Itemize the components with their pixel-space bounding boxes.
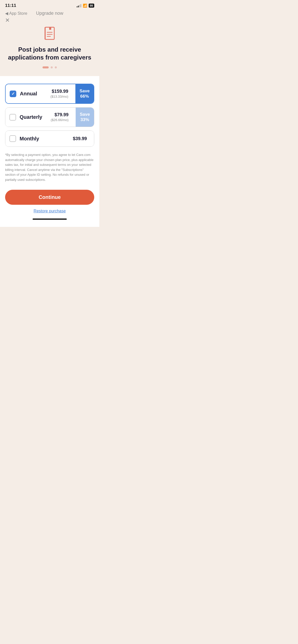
status-bar: 11:11 📶 99: [0, 0, 99, 9]
dot-2: [51, 66, 53, 68]
back-button[interactable]: ◀ App Store: [5, 11, 27, 16]
main-content: ✓ Annual $159.99 ($13.33/mo) Save 66% Qu…: [0, 76, 99, 227]
wifi-icon: 📶: [83, 4, 87, 8]
battery-indicator: 99: [89, 4, 94, 8]
monthly-price-block: $39.99: [73, 136, 87, 141]
pagination-dots: [43, 66, 57, 68]
annual-checkbox: ✓: [10, 91, 16, 97]
plan-card-annual[interactable]: ✓ Annual $159.99 ($13.33/mo) Save 66%: [5, 84, 94, 104]
dot-1: [43, 66, 49, 68]
dot-3: [55, 66, 57, 68]
restore-purchase-link[interactable]: Restore purchase: [5, 209, 94, 213]
annual-per-month: ($13.33/mo): [50, 95, 68, 98]
hero-icon: [42, 26, 57, 41]
hero-section: Post jobs and receive applications from …: [0, 19, 99, 76]
annual-save-text: Save 66%: [79, 89, 90, 99]
quarterly-per-month: ($26.66/mo): [51, 118, 69, 122]
back-chevron-icon: ◀: [5, 11, 8, 16]
annual-label: Annual: [20, 91, 50, 97]
back-label: App Store: [9, 11, 27, 16]
continue-button[interactable]: Continue: [5, 190, 94, 205]
monthly-price: $39.99: [73, 136, 87, 141]
home-indicator: [33, 218, 67, 220]
hero-title: Post jobs and receive applications from …: [5, 46, 94, 61]
plan-monthly-inner: Monthly $39.99: [5, 131, 94, 147]
disclaimer-text: *By selecting a payment option, you agre…: [5, 152, 94, 182]
status-time: 11:11: [5, 3, 16, 8]
signal-icon: [77, 4, 81, 7]
svg-rect-2: [49, 27, 51, 30]
quarterly-checkbox: [9, 114, 16, 121]
plan-card-quarterly[interactable]: Quarterly $79.99 ($26.66/mo) Save 33%: [5, 107, 94, 127]
quarterly-save-text: Save 33%: [80, 112, 90, 122]
page-title: Upgrade now: [36, 11, 63, 16]
close-button[interactable]: ✕: [5, 18, 10, 23]
nav-bar: ◀ App Store Upgrade now: [0, 9, 99, 19]
status-icons: 📶 99: [77, 4, 94, 8]
quarterly-save-badge: Save 33%: [76, 108, 94, 127]
monthly-label: Monthly: [20, 136, 73, 142]
plan-quarterly-inner: Quarterly $79.99 ($26.66/mo): [5, 108, 76, 127]
quarterly-price: $79.99: [51, 112, 69, 118]
plan-annual-inner: ✓ Annual $159.99 ($13.33/mo): [6, 84, 75, 103]
bottom-section: Continue Restore purchase: [5, 190, 94, 222]
monthly-checkbox: [9, 135, 16, 142]
annual-save-badge: Save 66%: [75, 84, 94, 103]
plan-card-monthly[interactable]: Monthly $39.99: [5, 130, 94, 147]
annual-price: $159.99: [50, 89, 68, 94]
annual-price-block: $159.99 ($13.33/mo): [50, 89, 68, 99]
quarterly-label: Quarterly: [20, 114, 51, 120]
quarterly-price-block: $79.99 ($26.66/mo): [51, 112, 69, 122]
